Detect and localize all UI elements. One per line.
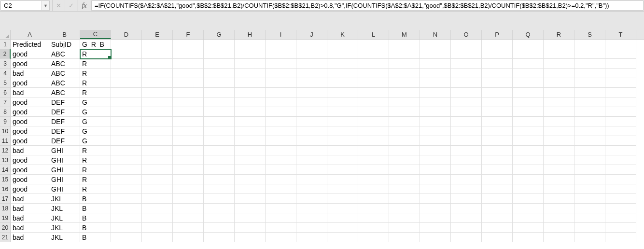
cell-S9[interactable] [574,117,605,126]
cell-I19[interactable] [266,213,296,223]
cell-C13[interactable]: R [80,155,111,165]
cell-Q18[interactable] [513,204,544,213]
cell-G2[interactable] [204,49,235,59]
cell-F2[interactable] [173,49,204,59]
cell-P14[interactable] [482,165,513,175]
cell-P8[interactable] [482,107,513,117]
formula-bar-expander[interactable] [0,12,644,30]
cell-J14[interactable] [296,165,327,175]
column-header-C[interactable]: C [80,30,111,39]
cell-G16[interactable] [204,184,235,194]
cell-I1[interactable] [266,40,296,49]
select-all-corner[interactable] [0,30,11,39]
cell-K10[interactable] [327,126,358,136]
cell-P6[interactable] [482,88,513,97]
column-header-M[interactable]: M [389,30,420,39]
cell-J6[interactable] [296,88,327,97]
cell-L7[interactable] [358,97,389,107]
cell-S17[interactable] [574,194,605,204]
cell-H2[interactable] [235,49,266,59]
cell-Q16[interactable] [513,184,544,194]
cell-R5[interactable] [544,78,574,88]
cell-D13[interactable] [111,155,142,165]
cell-R6[interactable] [544,88,574,97]
cell-B20[interactable]: JKL [49,223,80,233]
cell-E1[interactable] [142,40,173,49]
cell-G8[interactable] [204,107,235,117]
cell-D6[interactable] [111,88,142,97]
cell-L6[interactable] [358,88,389,97]
cell-B7[interactable]: DEF [49,97,80,107]
cell-E15[interactable] [142,175,173,184]
cell-O11[interactable] [451,136,482,146]
cell-B14[interactable]: GHI [49,165,80,175]
cell-A15[interactable]: good [11,175,49,184]
fx-icon[interactable]: fx [78,0,91,11]
cell-M11[interactable] [389,136,420,146]
cell-E7[interactable] [142,97,173,107]
cell-J9[interactable] [296,117,327,126]
cell-I20[interactable] [266,223,296,233]
column-header-Q[interactable]: Q [513,30,544,39]
cell-J8[interactable] [296,107,327,117]
cell-B16[interactable]: GHI [49,184,80,194]
cell-O15[interactable] [451,175,482,184]
cell-R20[interactable] [544,223,574,233]
cell-T1[interactable] [605,40,636,49]
cell-I8[interactable] [266,107,296,117]
cell-N12[interactable] [420,146,451,155]
cell-S11[interactable] [574,136,605,146]
cell-K6[interactable] [327,88,358,97]
cell-F11[interactable] [173,136,204,146]
cell-K17[interactable] [327,194,358,204]
cell-M2[interactable] [389,49,420,59]
column-header-H[interactable]: H [235,30,266,39]
cell-E17[interactable] [142,194,173,204]
cell-R13[interactable] [544,155,574,165]
cell-P16[interactable] [482,184,513,194]
cell-C21[interactable]: B [80,233,111,242]
row-header[interactable]: 17 [0,194,11,204]
cell-L17[interactable] [358,194,389,204]
cell-O14[interactable] [451,165,482,175]
cell-P21[interactable] [482,233,513,242]
cell-E9[interactable] [142,117,173,126]
cell-L2[interactable] [358,49,389,59]
cell-T15[interactable] [605,175,636,184]
cell-T21[interactable] [605,233,636,242]
cell-E4[interactable] [142,69,173,78]
cell-R11[interactable] [544,136,574,146]
cell-K2[interactable] [327,49,358,59]
cell-H4[interactable] [235,69,266,78]
cell-G17[interactable] [204,194,235,204]
cell-O8[interactable] [451,107,482,117]
cell-D1[interactable] [111,40,142,49]
cell-B11[interactable]: DEF [49,136,80,146]
cell-R14[interactable] [544,165,574,175]
cell-P5[interactable] [482,78,513,88]
cell-E18[interactable] [142,204,173,213]
cell-O5[interactable] [451,78,482,88]
cell-C5[interactable]: R [80,78,111,88]
cell-L11[interactable] [358,136,389,146]
cell-C6[interactable]: R [80,88,111,97]
cell-I10[interactable] [266,126,296,136]
cell-R9[interactable] [544,117,574,126]
name-box[interactable]: C2 [0,0,42,11]
cell-Q6[interactable] [513,88,544,97]
cell-N11[interactable] [420,136,451,146]
cell-Q5[interactable] [513,78,544,88]
cell-K21[interactable] [327,233,358,242]
cell-J19[interactable] [296,213,327,223]
cell-N1[interactable] [420,40,451,49]
cell-L14[interactable] [358,165,389,175]
cell-P12[interactable] [482,146,513,155]
cell-R4[interactable] [544,69,574,78]
cell-N20[interactable] [420,223,451,233]
cell-O12[interactable] [451,146,482,155]
cell-S6[interactable] [574,88,605,97]
cell-D17[interactable] [111,194,142,204]
cell-J10[interactable] [296,126,327,136]
cell-L12[interactable] [358,146,389,155]
cell-T14[interactable] [605,165,636,175]
